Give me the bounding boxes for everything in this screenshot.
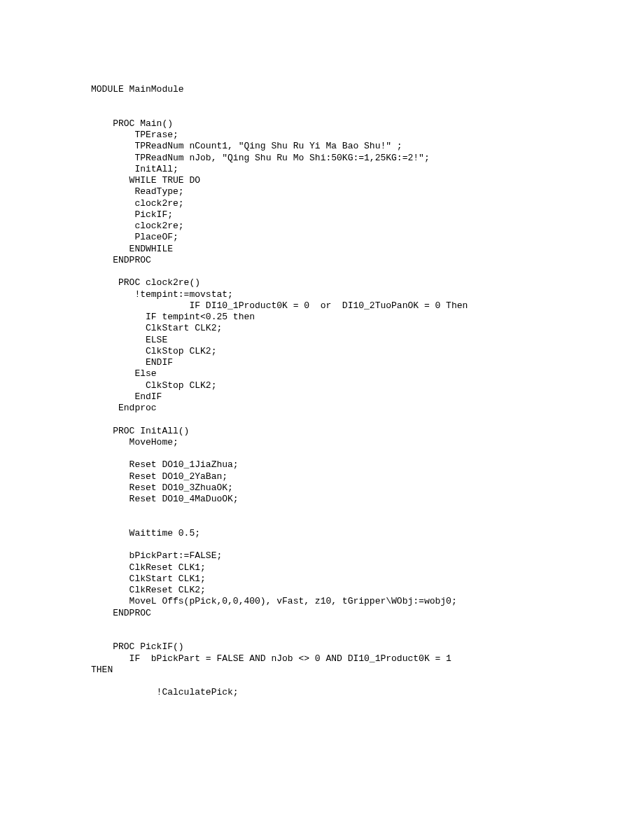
- code-document: MODULE MainModule PROC Main() TPErase; T…: [0, 0, 644, 834]
- code-content: MODULE MainModule PROC Main() TPErase; T…: [91, 84, 468, 697]
